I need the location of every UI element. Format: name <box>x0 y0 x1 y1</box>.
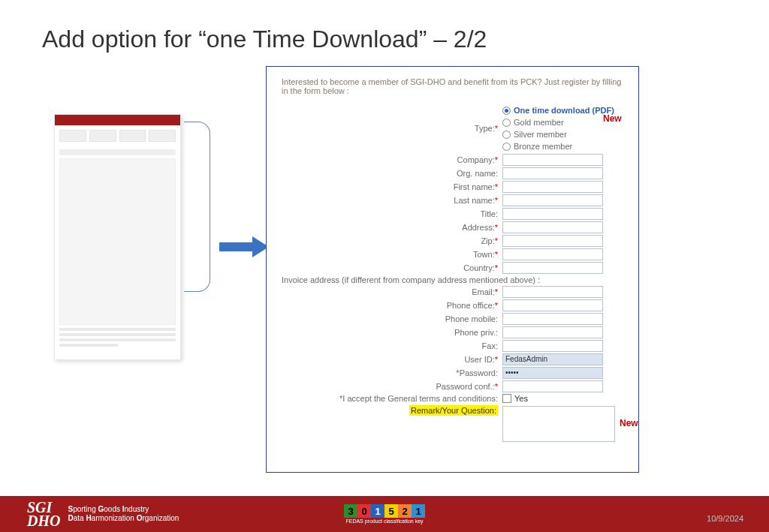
invoice-note: Invoice address (if different from compa… <box>282 275 628 284</box>
label-type: Type:* <box>282 124 502 133</box>
form-panel: New New Interested to become a member of… <box>266 66 639 473</box>
phone-mobile-field[interactable] <box>502 313 603 325</box>
org-field[interactable] <box>502 167 603 179</box>
footer-bar: SGI DHO Sporting Goods Industry Data Har… <box>0 496 769 532</box>
password-conf-field[interactable] <box>502 380 603 392</box>
new-badge-2: New <box>620 418 638 428</box>
phone-office-field[interactable] <box>502 299 603 311</box>
first-name-field[interactable] <box>502 181 603 193</box>
new-badge-1: New <box>603 113 622 124</box>
logo-tagline: Sporting Goods Industry Data Harmonizati… <box>68 505 179 523</box>
curly-brace <box>184 122 210 292</box>
email-field[interactable] <box>502 286 603 298</box>
remark-label: Remark/Your Question: <box>409 405 498 416</box>
title-field[interactable] <box>502 208 603 220</box>
logo: SGI DHO <box>27 500 60 527</box>
page-title: Add option for “one Time Download” – 2/2 <box>42 26 487 53</box>
town-field[interactable] <box>502 248 603 260</box>
address-field[interactable] <box>502 221 603 233</box>
radio-one-time[interactable] <box>502 107 511 115</box>
phone-priv-field[interactable] <box>502 326 603 338</box>
last-name-field[interactable] <box>502 194 603 206</box>
arrow-icon <box>219 236 269 257</box>
password-field[interactable]: ••••• <box>502 367 603 379</box>
classification-key-icon: 301521 FEDAS product classification key <box>344 504 425 524</box>
company-field[interactable] <box>502 154 603 166</box>
country-field[interactable] <box>502 262 603 274</box>
terms-checkbox[interactable] <box>502 394 511 403</box>
radio-bronze[interactable] <box>502 143 511 151</box>
intro-text: Interested to become a member of SGI-DHO… <box>282 77 628 95</box>
radio-gold[interactable] <box>502 119 511 127</box>
userid-field[interactable]: FedasAdmin <box>502 353 603 365</box>
type-radio-group: One time download (PDF) Gold member Silv… <box>502 104 614 152</box>
zip-field[interactable] <box>502 235 603 247</box>
screenshot-thumbnail <box>54 114 181 360</box>
remark-textarea[interactable] <box>502 406 615 442</box>
slide: Add option for “one Time Download” – 2/2… <box>0 0 769 532</box>
fax-field[interactable] <box>502 340 603 352</box>
slide-date: 10/9/2024 <box>707 514 743 523</box>
radio-silver[interactable] <box>502 131 511 139</box>
